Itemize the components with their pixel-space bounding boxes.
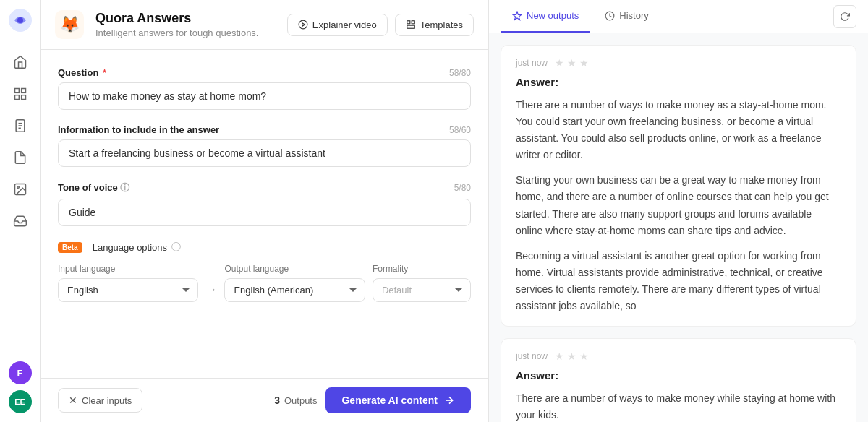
output-meta-1: just now ★ ★ ★ — [516, 57, 841, 69]
svg-rect-3 — [21, 89, 25, 93]
information-char-count: 58/60 — [449, 125, 471, 135]
main-content: 🦊 Quora Answers Intelligent answers for … — [41, 0, 868, 422]
svg-rect-4 — [14, 95, 19, 100]
clock-icon — [605, 11, 615, 21]
rating-stars-2[interactable]: ★ ★ ★ — [555, 350, 589, 362]
refresh-icon — [840, 12, 850, 22]
information-input[interactable] — [58, 139, 471, 167]
user-avatar-f[interactable]: F — [9, 361, 32, 384]
bottom-bar: ✕ Clear inputs 3 Outputs Generate AI con… — [41, 378, 488, 422]
star-4[interactable]: ★ — [555, 350, 564, 362]
question-char-count: 58/80 — [449, 68, 471, 78]
output-text-1: There are a number of ways to make money… — [516, 97, 841, 314]
question-group: Question * 58/80 — [58, 67, 471, 110]
output-language-label: Output language — [224, 264, 365, 274]
output-language-col: Output language English (American) Engli… — [224, 264, 365, 302]
svg-point-11 — [17, 186, 18, 189]
star-5[interactable]: ★ — [567, 350, 576, 362]
output-block-2: just now ★ ★ ★ Answer: There are a numbe… — [501, 338, 856, 422]
language-info-icon: ⓘ — [171, 241, 181, 254]
app-logo[interactable] — [9, 9, 32, 32]
sparkle-icon — [512, 11, 522, 21]
tone-group: Tone of voice ⓘ 5/80 — [58, 181, 471, 226]
left-panel: 🦊 Quora Answers Intelligent answers for … — [41, 0, 489, 422]
tab-history[interactable]: History — [593, 0, 660, 33]
information-group: Information to include in the answer 58/… — [58, 124, 471, 167]
tab-new-outputs[interactable]: New outputs — [501, 0, 590, 33]
output-paragraph-2-1: There are a number of ways to make money… — [516, 390, 841, 422]
tool-info: Quora Answers Intelligent answers for to… — [95, 11, 258, 38]
sidebar-item-grid[interactable] — [7, 81, 33, 107]
tone-label-row: Tone of voice ⓘ 5/80 — [58, 181, 471, 194]
right-panel: New outputs History just now ★ ★ ★ — [489, 0, 868, 422]
sidebar-item-file[interactable] — [7, 145, 33, 171]
language-options-label: Language options — [93, 242, 167, 253]
timestamp-1: just now — [516, 58, 548, 68]
tone-char-count: 5/80 — [454, 183, 471, 193]
user-avatar-ee[interactable]: EE — [9, 390, 32, 413]
templates-button[interactable]: Templates — [395, 14, 474, 36]
sidebar-item-inbox[interactable] — [7, 208, 33, 234]
information-label: Information to include in the answer — [58, 124, 219, 135]
output-text-2: There are a number of ways to make money… — [516, 390, 841, 422]
output-paragraph-1-3: Becoming a virtual assistant is another … — [516, 248, 841, 314]
svg-rect-2 — [14, 89, 19, 93]
clear-inputs-button[interactable]: ✕ Clear inputs — [58, 388, 142, 413]
output-label-2: Answer: — [516, 369, 841, 382]
output-language-select[interactable]: English (American) English (British) Spa… — [224, 278, 365, 302]
question-input[interactable] — [58, 82, 471, 110]
tool-title: Quora Answers — [95, 11, 258, 26]
refresh-button[interactable] — [833, 5, 856, 28]
language-row: Input language English Spanish French Ge… — [58, 264, 471, 302]
tone-info-icon: ⓘ — [120, 182, 129, 193]
timestamp-2: just now — [516, 351, 548, 361]
sidebar: F EE — [0, 0, 41, 422]
tone-input[interactable] — [58, 199, 471, 226]
output-content-area: just now ★ ★ ★ Answer: There are a numbe… — [489, 33, 868, 422]
question-label: Question * — [58, 67, 106, 78]
x-icon: ✕ — [69, 395, 77, 406]
input-language-col: Input language English Spanish French Ge… — [58, 264, 198, 302]
rating-stars-1[interactable]: ★ ★ ★ — [555, 57, 589, 69]
explainer-video-button[interactable]: Explainer video — [287, 14, 388, 36]
template-icon — [406, 20, 416, 30]
output-label-1: Answer: — [516, 76, 841, 88]
svg-point-1 — [17, 17, 23, 23]
input-language-select[interactable]: English Spanish French German — [58, 278, 198, 302]
tool-icon: 🦊 — [55, 10, 84, 39]
output-meta-2: just now ★ ★ ★ — [516, 350, 841, 362]
form-area: Question * 58/80 Information to include … — [41, 50, 488, 378]
svg-marker-13 — [302, 23, 305, 27]
tool-header: 🦊 Quora Answers Intelligent answers for … — [41, 0, 488, 50]
tool-subtitle: Intelligent answers for tough questions. — [95, 27, 258, 38]
beta-badge: Beta — [58, 242, 82, 253]
formality-select[interactable]: Default Formal Informal — [373, 278, 471, 302]
header-actions: Explainer video Templates — [287, 14, 474, 36]
output-paragraph-1-2: Starting your own business can be a grea… — [516, 172, 841, 238]
svg-point-12 — [299, 20, 307, 29]
svg-rect-16 — [407, 25, 415, 28]
outputs-label: Outputs — [284, 395, 318, 406]
generate-button[interactable]: Generate AI content — [326, 387, 471, 413]
right-header-actions — [833, 5, 856, 28]
star-1[interactable]: ★ — [555, 57, 564, 69]
sidebar-item-image[interactable] — [7, 176, 33, 202]
svg-rect-14 — [407, 21, 410, 24]
input-language-label: Input language — [58, 264, 198, 274]
star-6[interactable]: ★ — [579, 350, 589, 362]
star-3[interactable]: ★ — [579, 57, 589, 69]
arrow-right-icon — [443, 395, 455, 406]
tone-label: Tone of voice ⓘ — [58, 181, 129, 194]
formality-col: Formality Default Formal Informal — [373, 264, 471, 302]
right-panel-header: New outputs History — [489, 0, 868, 33]
language-options-section: Beta Language options ⓘ Input language E… — [58, 241, 471, 302]
formality-label: Formality — [373, 264, 471, 274]
star-2[interactable]: ★ — [567, 57, 576, 69]
question-label-row: Question * 58/80 — [58, 67, 471, 78]
outputs-number: 3 — [274, 395, 280, 406]
svg-rect-15 — [412, 21, 414, 24]
sidebar-item-home[interactable] — [7, 49, 33, 75]
play-icon — [298, 20, 308, 30]
output-block-1: just now ★ ★ ★ Answer: There are a numbe… — [501, 45, 856, 327]
sidebar-item-document[interactable] — [7, 113, 33, 139]
